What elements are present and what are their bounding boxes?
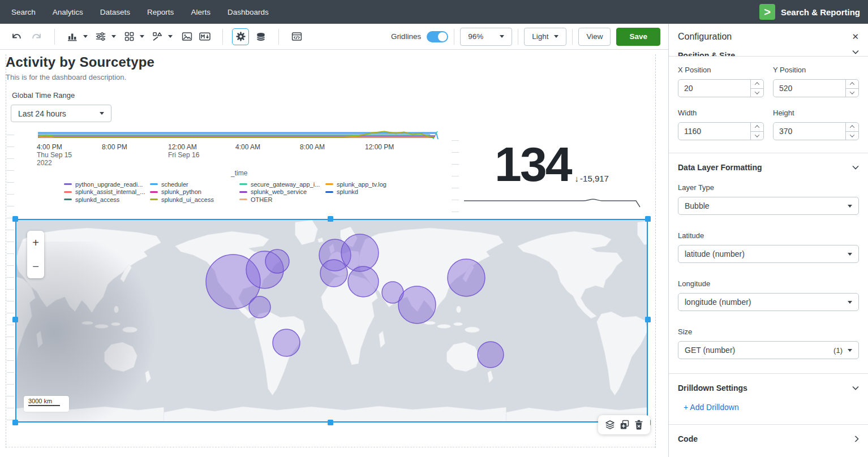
- code-section-header[interactable]: Code: [678, 434, 859, 443]
- nav-item-analytics[interactable]: Analytics: [53, 8, 83, 16]
- resize-handle-e[interactable]: [645, 317, 651, 322]
- save-button[interactable]: Save: [616, 28, 660, 46]
- chevron-down-icon[interactable]: [111, 35, 116, 38]
- resize-handle-ne[interactable]: [645, 216, 651, 222]
- stepper-up-button[interactable]: [751, 80, 763, 88]
- canvas-zoom-select[interactable]: 96%: [460, 28, 512, 46]
- add-markdown-button[interactable]: [196, 28, 213, 45]
- stepper-down-button[interactable]: [751, 131, 763, 140]
- map-bubble[interactable]: [478, 342, 504, 368]
- resize-handle-nw[interactable]: [12, 216, 18, 222]
- trash-icon: [634, 420, 643, 430]
- app-brand[interactable]: > Search & Reporting: [759, 4, 860, 20]
- height-input[interactable]: [774, 123, 845, 140]
- time-range-label: Global Time Range: [12, 91, 111, 100]
- add-image-button[interactable]: [178, 28, 195, 45]
- resize-handle-sw[interactable]: [12, 420, 18, 425]
- nav-item-search[interactable]: Search: [11, 8, 36, 16]
- map-bubble[interactable]: [348, 266, 379, 297]
- redo-button[interactable]: [28, 28, 45, 45]
- legend-item[interactable]: secure_gateway_app_i...: [239, 180, 325, 188]
- time-range-select[interactable]: Last 24 hours: [11, 105, 111, 122]
- map-bubble[interactable]: [265, 249, 289, 273]
- resize-handle-n[interactable]: [328, 216, 333, 222]
- stepper-up-button[interactable]: [846, 123, 858, 131]
- chevron-down-icon: [100, 112, 104, 115]
- duplicate-button[interactable]: [620, 420, 630, 430]
- legend-item[interactable]: OTHER: [239, 196, 325, 204]
- chevron-down-icon: [848, 349, 852, 352]
- layer-type-select[interactable]: Bubble: [678, 197, 859, 215]
- view-button[interactable]: View: [578, 28, 611, 46]
- visual-editor-button[interactable]: [232, 28, 249, 45]
- width-input[interactable]: [678, 123, 750, 140]
- stepper-down-button[interactable]: [846, 131, 858, 140]
- stepper-down-button[interactable]: [751, 88, 763, 97]
- map-widget[interactable]: + − 3000 km: [15, 219, 648, 422]
- undo-button[interactable]: [8, 28, 25, 45]
- map-zoom-in-button[interactable]: +: [27, 231, 44, 255]
- add-shape-button[interactable]: [149, 28, 166, 45]
- map-viewport[interactable]: + − 3000 km: [15, 219, 648, 422]
- nav-item-datasets[interactable]: Datasets: [100, 8, 130, 16]
- nav-item-alerts[interactable]: Alerts: [191, 8, 210, 16]
- stepper-down-button[interactable]: [846, 88, 858, 97]
- x-position-input[interactable]: [678, 80, 750, 97]
- map-zoom-out-button[interactable]: −: [27, 255, 44, 278]
- latitude-select[interactable]: latitude (number): [678, 245, 859, 263]
- data-sources-button[interactable]: [252, 28, 269, 45]
- layers-button[interactable]: [605, 420, 615, 430]
- x-tick: 4:00 AM: [235, 143, 260, 151]
- add-input-button[interactable]: [92, 28, 109, 45]
- map-bubble[interactable]: [249, 296, 270, 318]
- legend-item[interactable]: python_upgrade_readi...: [64, 180, 150, 188]
- line-chart-plot: [38, 130, 440, 140]
- data-layer-section-header[interactable]: Data Layer Formatting: [678, 163, 859, 172]
- add-chart-button[interactable]: [64, 28, 81, 45]
- legend-item[interactable]: splunk_assist_internal_...: [64, 188, 150, 196]
- resize-handle-w[interactable]: [12, 317, 18, 322]
- drilldown-section-header[interactable]: Drilldown Settings: [678, 383, 859, 393]
- sliders-icon: [96, 32, 106, 41]
- x-tick: 4:00 PMThu Sep 152022: [37, 143, 72, 167]
- chevron-down-icon[interactable]: [83, 35, 88, 38]
- stepper-up-button[interactable]: [846, 80, 858, 88]
- map-bubble[interactable]: [398, 286, 436, 324]
- map-bubble[interactable]: [320, 260, 347, 287]
- x-tick: 8:00 PM: [102, 143, 127, 151]
- legend-item[interactable]: splunk_web_service: [239, 188, 325, 196]
- legend-item[interactable]: splunkd: [325, 188, 386, 196]
- dashboard-canvas[interactable]: Activity by Sourcetype This is for the d…: [0, 50, 668, 457]
- legend-item[interactable]: splunkd_ui_access: [150, 196, 239, 204]
- gridlines-toggle[interactable]: [427, 31, 448, 42]
- add-layout-button[interactable]: [121, 28, 137, 45]
- y-position-input[interactable]: [774, 80, 845, 97]
- close-panel-button[interactable]: ✕: [852, 32, 859, 42]
- legend-item[interactable]: splunk_python: [150, 188, 239, 196]
- map-bubble[interactable]: [273, 329, 300, 356]
- chevron-down-icon[interactable]: [140, 35, 144, 38]
- legend-item[interactable]: splunkd_access: [64, 196, 150, 204]
- position-size-section-clipped[interactable]: Position & Size: [669, 50, 868, 56]
- add-drilldown-link[interactable]: + Add Drilldown: [684, 403, 739, 412]
- map-bubble[interactable]: [448, 259, 485, 296]
- theme-select[interactable]: Light: [524, 28, 566, 46]
- x-tick: 12:00 PM: [365, 143, 394, 151]
- map-bubble[interactable]: [341, 234, 379, 271]
- nav-item-dashboards[interactable]: Dashboards: [227, 8, 269, 16]
- stepper-up-button[interactable]: [751, 123, 763, 131]
- gridlines-label: Gridlines: [391, 32, 421, 41]
- bar-chart-icon: [67, 32, 78, 41]
- legend-item[interactable]: scheduler: [150, 180, 239, 188]
- nav-item-reports[interactable]: Reports: [147, 8, 174, 16]
- size-select[interactable]: GET (number) (1): [678, 341, 859, 359]
- source-editor-button[interactable]: [288, 28, 305, 45]
- delete-button[interactable]: [634, 420, 643, 430]
- grid-icon: [124, 32, 134, 41]
- legend-item[interactable]: splunk_app_tv.log: [325, 180, 386, 188]
- size-badge: (1): [833, 346, 843, 355]
- section-divider: [669, 56, 868, 57]
- resize-handle-s[interactable]: [328, 420, 333, 425]
- longitude-select[interactable]: longitude (number): [678, 293, 859, 311]
- chevron-down-icon[interactable]: [168, 35, 173, 38]
